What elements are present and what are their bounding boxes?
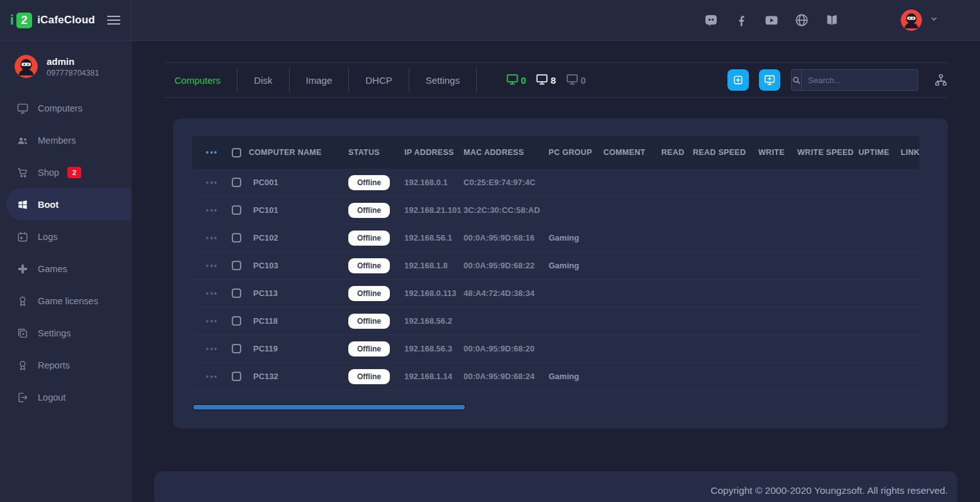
- avatar: [901, 9, 922, 31]
- table-header: COMPUTER NAMESTATUSIP ADDRESSMAC ADDRESS…: [192, 136, 920, 169]
- table-row: PC103Offline192.168.1.800:0A:95:9D:68:22…: [192, 252, 920, 280]
- sidebar-menu: ComputersMembersShop2BootLogsGamesGame l…: [0, 92, 132, 413]
- column-header: STATUS: [348, 148, 404, 157]
- license-icon: [16, 294, 30, 308]
- table-row: PC113Offline192.168.0.11348:A4:72:4D:38:…: [192, 280, 920, 307]
- computer-name: PC113: [249, 288, 348, 298]
- sidebar-item-logout[interactable]: Logout: [0, 381, 132, 413]
- sidebar-item-label: Computers: [38, 103, 83, 113]
- youtube-icon[interactable]: [761, 9, 782, 31]
- logo-i-glyph: i: [10, 12, 14, 28]
- row-actions-menu[interactable]: [192, 209, 232, 212]
- sidebar-item-game-licenses[interactable]: Game licenses: [0, 285, 132, 317]
- status-badge: Offline: [348, 175, 390, 190]
- sidebar-item-label: Logout: [38, 392, 66, 402]
- sidebar: admin 097778704381 ComputersMembersShop2…: [0, 41, 132, 502]
- computers-table: COMPUTER NAMESTATUSIP ADDRESSMAC ADDRESS…: [192, 136, 920, 391]
- pc-group: Gaming: [549, 261, 603, 270]
- sidebar-item-settings[interactable]: Settings: [0, 317, 132, 349]
- row-checkbox[interactable]: [232, 178, 241, 187]
- reports-icon: [16, 358, 30, 372]
- search-icon: [792, 70, 802, 90]
- sidebar-item-computers[interactable]: Computers: [0, 92, 132, 124]
- sidebar-item-shop[interactable]: Shop2: [0, 156, 132, 188]
- ip-address: 192.168.56.2: [404, 316, 464, 326]
- tab-dhcp[interactable]: DHCP: [349, 68, 409, 92]
- status-badge: Offline: [348, 286, 390, 301]
- calendar-icon: [16, 230, 30, 244]
- tab-image[interactable]: Image: [290, 68, 350, 92]
- sidebar-item-boot[interactable]: Boot: [6, 188, 132, 220]
- status-cell: Offline: [348, 314, 404, 329]
- row-checkbox[interactable]: [232, 316, 241, 326]
- column-header: READ SPEED: [693, 148, 758, 157]
- user-info: admin 097778704381: [0, 41, 132, 78]
- select-all-checkbox[interactable]: [232, 148, 241, 157]
- row-actions-menu[interactable]: [192, 292, 232, 295]
- docs-icon[interactable]: [821, 9, 843, 31]
- user-name: admin: [47, 56, 99, 67]
- logo-mark: 2: [16, 13, 32, 28]
- tab-disk[interactable]: Disk: [237, 68, 289, 92]
- discord-icon[interactable]: [700, 9, 722, 31]
- status-badge: Offline: [348, 369, 390, 384]
- members-icon: [16, 134, 30, 147]
- search-input[interactable]: [802, 70, 925, 90]
- top-header: i 2 iCafeCloud: [0, 0, 980, 41]
- app-logo[interactable]: i 2 iCafeCloud: [10, 12, 95, 28]
- facebook-icon[interactable]: [731, 9, 752, 31]
- ip-address: 192.168.56.1: [404, 233, 464, 242]
- status-cell: Offline: [348, 203, 404, 218]
- sidebar-item-label: Boot: [38, 200, 59, 210]
- user-menu[interactable]: [901, 9, 938, 31]
- mac-address: 48:A4:72:4D:38:34: [464, 288, 549, 298]
- computers-card: COMPUTER NAMESTATUSIP ADDRESSMAC ADDRESS…: [173, 118, 948, 428]
- status-cell: Offline: [348, 258, 404, 273]
- row-checkbox[interactable]: [232, 261, 241, 270]
- globe-icon[interactable]: [791, 9, 812, 31]
- counter-value: 0: [581, 75, 586, 86]
- mac-address: 00:0A:95:9D:68:20: [464, 344, 549, 353]
- computer-name: PC119: [249, 344, 348, 353]
- row-actions-menu[interactable]: [192, 320, 232, 322]
- ip-address: 192.168.21.101: [404, 205, 464, 215]
- table-row: PC119Offline192.168.56.300:0A:95:9D:68:2…: [192, 335, 920, 363]
- sidebar-item-logs[interactable]: Logs: [0, 220, 132, 253]
- row-actions-menu[interactable]: [192, 348, 232, 350]
- header-actions-menu[interactable]: [192, 151, 232, 154]
- add-button[interactable]: [727, 69, 749, 91]
- user-avatar: [14, 55, 38, 78]
- user-phone: 097778704381: [47, 69, 99, 77]
- sidebar-item-reports[interactable]: Reports: [0, 349, 132, 381]
- row-checkbox[interactable]: [232, 233, 241, 242]
- row-actions-menu[interactable]: [192, 237, 232, 239]
- sidebar-item-games[interactable]: Games: [0, 253, 132, 285]
- sidebar-item-label: Settings: [38, 328, 71, 338]
- row-actions-menu[interactable]: [192, 375, 232, 378]
- column-header: PC GROUP: [549, 148, 603, 157]
- network-map-icon[interactable]: [934, 73, 948, 87]
- row-actions-menu[interactable]: [192, 265, 232, 267]
- brand-name: iCafeCloud: [37, 14, 95, 26]
- row-checkbox[interactable]: [232, 344, 241, 353]
- counter-online: 0: [506, 72, 526, 88]
- row-actions-menu[interactable]: [192, 181, 232, 184]
- tab-settings[interactable]: Settings: [409, 68, 477, 92]
- add-computer-button[interactable]: [759, 69, 780, 91]
- horizontal-scrollbar[interactable]: [192, 404, 466, 411]
- tab-computers[interactable]: Computers: [163, 68, 237, 92]
- row-checkbox[interactable]: [232, 205, 241, 215]
- monitor-icon: [506, 72, 519, 88]
- status-cell: Offline: [348, 286, 404, 301]
- hamburger-menu-icon[interactable]: [107, 13, 120, 26]
- mac-address: 00:0A:95:9D:68:22: [464, 261, 549, 270]
- social-links: [700, 9, 843, 31]
- cart-icon: [16, 166, 30, 180]
- sidebar-item-members[interactable]: Members: [0, 124, 132, 156]
- computer-name: PC102: [249, 233, 348, 242]
- computer-name: PC103: [249, 261, 348, 270]
- main-area: ComputersDiskImageDHCPSettings 080: [132, 41, 980, 502]
- row-checkbox[interactable]: [232, 288, 241, 298]
- row-checkbox[interactable]: [232, 372, 241, 381]
- ip-address: 192.168.0.113: [404, 288, 464, 298]
